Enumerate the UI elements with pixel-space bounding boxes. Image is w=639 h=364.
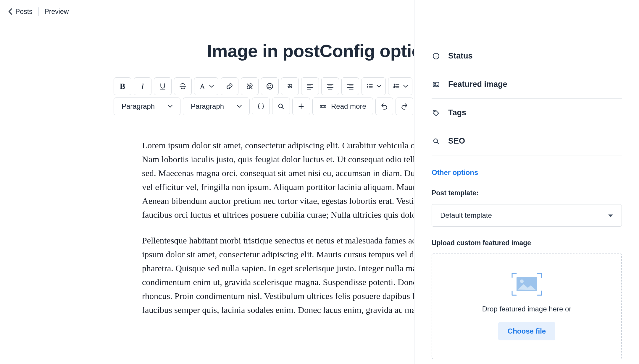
sidebar-item-seo[interactable]: SEO (432, 127, 622, 155)
image-placeholder-icon (511, 272, 543, 296)
chevron-down-icon (168, 105, 172, 108)
bullet-list-button[interactable] (362, 77, 386, 95)
sidebar-item-status[interactable]: Status (432, 42, 622, 70)
template-select[interactable]: Default template (432, 204, 622, 227)
back-to-posts[interactable]: Posts (8, 8, 33, 16)
block-type-label: Paragraph (122, 102, 155, 110)
post-settings-sidebar: Status Featured image Tags SEO Other opt… (414, 0, 639, 364)
sidebar-label: SEO (448, 136, 465, 146)
align-right-button[interactable] (341, 77, 359, 95)
svg-point-2 (268, 85, 269, 86)
link-icon (226, 82, 233, 90)
emoji-button[interactable] (261, 77, 279, 95)
block-type-select[interactable]: Paragraph (114, 98, 180, 115)
search-icon (432, 137, 440, 146)
chevron-down-icon (403, 85, 408, 88)
style-label: Paragraph (191, 102, 224, 110)
chevron-down-icon (608, 211, 613, 220)
align-center-icon (326, 82, 334, 90)
code-button[interactable] (252, 98, 270, 115)
align-left-icon (306, 82, 314, 90)
featured-image-dropzone[interactable]: Drop featured image here or Choose file (432, 254, 622, 359)
toolbar-row-1: B I (114, 77, 413, 95)
underline-icon (159, 82, 167, 90)
align-right-icon (346, 82, 354, 90)
info-icon (432, 52, 440, 61)
search-icon (277, 103, 285, 110)
bold-icon: B (120, 82, 125, 91)
svg-point-11 (435, 83, 435, 84)
readmore-label: Read more (331, 102, 366, 110)
number-list-icon (393, 82, 400, 90)
svg-point-6 (367, 87, 368, 88)
post-title[interactable]: Image in postConfig options (207, 41, 443, 61)
text-color-button[interactable] (194, 77, 218, 95)
template-field-label: Post template: (432, 189, 622, 197)
italic-button[interactable]: I (134, 77, 151, 95)
align-left-button[interactable] (301, 77, 319, 95)
strikethrough-icon (179, 82, 187, 90)
text-color-icon (199, 82, 206, 90)
tag-icon (432, 108, 440, 117)
readmore-icon (319, 103, 327, 110)
code-icon (257, 103, 265, 110)
chevron-down-icon (209, 85, 214, 88)
redo-icon (401, 103, 408, 110)
svg-point-1 (267, 83, 273, 89)
unlink-icon (246, 82, 254, 90)
blockquote-button[interactable] (281, 77, 299, 95)
chevron-left-icon (8, 8, 12, 15)
svg-point-15 (520, 280, 524, 283)
undo-icon (380, 103, 388, 110)
align-center-button[interactable] (321, 77, 339, 95)
number-list-button[interactable] (388, 77, 412, 95)
upload-field-label: Upload custom featured image (432, 239, 622, 247)
redo-button[interactable] (396, 98, 413, 115)
svg-point-12 (434, 111, 435, 112)
svg-point-5 (367, 86, 368, 87)
chevron-down-icon (237, 105, 242, 108)
sidebar-label: Featured image (448, 80, 507, 89)
template-select-value: Default template (440, 211, 492, 220)
underline-button[interactable] (154, 77, 172, 95)
divider-icon (297, 103, 305, 110)
bold-button[interactable]: B (114, 77, 131, 95)
style-select[interactable]: Paragraph (183, 98, 250, 115)
search-button[interactable] (272, 98, 290, 115)
unlink-button[interactable] (241, 77, 259, 95)
sidebar-item-featured-image[interactable]: Featured image (432, 70, 622, 99)
svg-point-13 (434, 139, 438, 142)
header-divider (38, 7, 39, 16)
other-options-link[interactable]: Other options (432, 155, 622, 177)
undo-button[interactable] (375, 98, 393, 115)
blockquote-icon (286, 82, 294, 90)
image-icon (432, 80, 440, 89)
sidebar-label: Tags (448, 108, 466, 117)
svg-point-3 (270, 85, 271, 86)
chevron-down-icon (377, 85, 381, 88)
emoji-icon (266, 82, 274, 90)
choose-file-button[interactable]: Choose file (498, 322, 555, 340)
svg-point-4 (367, 84, 368, 85)
topbar-left: Posts Preview (8, 7, 69, 16)
preview-link[interactable]: Preview (45, 8, 69, 16)
divider-button[interactable] (292, 98, 310, 115)
link-button[interactable] (221, 77, 238, 95)
readmore-button[interactable]: Read more (312, 98, 373, 115)
strikethrough-button[interactable] (174, 77, 192, 95)
dropzone-hint: Drop featured image here or (482, 305, 572, 313)
bullet-list-icon (366, 82, 374, 90)
back-label: Posts (15, 8, 33, 16)
toolbar-row-2: Paragraph Paragraph Read more (114, 98, 413, 115)
editor-toolbar: B I (114, 77, 413, 115)
sidebar-item-tags[interactable]: Tags (432, 99, 622, 127)
italic-icon: I (141, 82, 144, 91)
sidebar-label: Status (448, 51, 473, 61)
